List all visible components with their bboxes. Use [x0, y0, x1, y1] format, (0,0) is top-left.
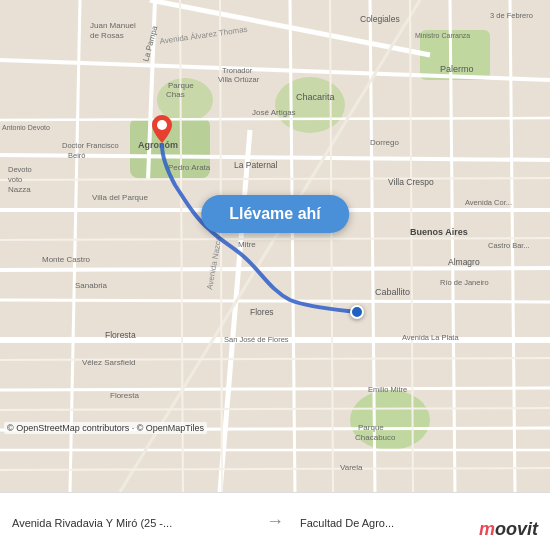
svg-text:3 de Febrero: 3 de Febrero [490, 11, 533, 20]
svg-text:Chacabuco: Chacabuco [355, 433, 396, 442]
svg-point-80 [157, 120, 167, 130]
svg-text:voto: voto [8, 175, 22, 184]
svg-text:Monte Castro: Monte Castro [42, 255, 91, 264]
svg-text:Villa Crespo: Villa Crespo [388, 177, 434, 187]
map-container: Juan Manuel de Rosas La Pampa Parque Cha… [0, 0, 550, 492]
svg-text:San José de Flores: San José de Flores [224, 335, 289, 344]
svg-text:Juan Manuel: Juan Manuel [90, 21, 136, 30]
svg-text:Chas: Chas [166, 90, 185, 99]
svg-text:Sanabria: Sanabria [75, 281, 108, 290]
svg-text:Río de Janeiro: Río de Janeiro [440, 278, 489, 287]
svg-text:Avenida Cor...: Avenida Cor... [465, 198, 512, 207]
svg-text:Villa Ortúzar: Villa Ortúzar [218, 75, 260, 84]
svg-text:José Artigas: José Artigas [252, 108, 296, 117]
svg-text:Flores: Flores [250, 307, 274, 317]
svg-line-17 [0, 388, 550, 390]
moovit-logo: moovit [479, 519, 538, 540]
svg-text:Ministro Carranza: Ministro Carranza [415, 32, 470, 39]
svg-line-15 [0, 268, 550, 270]
svg-text:Vélez Sarsfield: Vélez Sarsfield [82, 358, 135, 367]
svg-text:Doctor Francisco: Doctor Francisco [62, 141, 119, 150]
svg-text:Buenos Aires: Buenos Aires [410, 227, 468, 237]
svg-text:Parque: Parque [168, 81, 194, 90]
svg-text:Antonio Devoto: Antonio Devoto [2, 124, 50, 131]
svg-text:Beiró: Beiró [68, 151, 86, 160]
svg-text:Devoto: Devoto [8, 165, 32, 174]
svg-text:Colegiales: Colegiales [360, 14, 400, 24]
svg-text:Emilio Mitre: Emilio Mitre [368, 385, 407, 394]
map-attribution: © OpenStreetMap contributors · © OpenMap… [4, 422, 207, 434]
svg-text:Floresta: Floresta [110, 391, 139, 400]
svg-text:Avenida La Plata: Avenida La Plata [402, 333, 459, 342]
app: Juan Manuel de Rosas La Pampa Parque Cha… [0, 0, 550, 550]
take-me-button[interactable]: Llévame ahí [201, 195, 349, 233]
svg-text:Pedro Arata: Pedro Arata [168, 163, 211, 172]
svg-text:Tronador: Tronador [222, 66, 253, 75]
svg-text:Varela: Varela [340, 463, 363, 472]
map-background: Juan Manuel de Rosas La Pampa Parque Cha… [0, 0, 550, 492]
destination-label: Facultad De Agro... [300, 517, 394, 529]
svg-text:de Rosas: de Rosas [90, 31, 124, 40]
arrow-icon: → [266, 511, 284, 532]
svg-text:La Paternal: La Paternal [234, 160, 278, 170]
svg-text:Almagro: Almagro [448, 257, 480, 267]
svg-text:Chacarita: Chacarita [296, 92, 335, 102]
svg-line-16 [0, 300, 550, 302]
origin-label: Avenida Rivadavia Y Miró (25 -... [12, 517, 172, 529]
svg-text:Nazza: Nazza [8, 185, 31, 194]
svg-text:Caballito: Caballito [375, 287, 410, 297]
svg-text:Mitre: Mitre [238, 240, 256, 249]
svg-point-4 [275, 77, 345, 133]
origin-dot [350, 305, 364, 319]
svg-text:Parque: Parque [358, 423, 384, 432]
footer-bar: Avenida Rivadavia Y Miró (25 -... → Facu… [0, 492, 550, 550]
footer-origin: Avenida Rivadavia Y Miró (25 -... [12, 513, 258, 531]
svg-text:Castro Bar...: Castro Bar... [488, 241, 530, 250]
destination-pin [152, 115, 172, 147]
svg-text:Floresta: Floresta [105, 330, 136, 340]
svg-text:Palermo: Palermo [440, 64, 474, 74]
svg-text:Dorrego: Dorrego [370, 138, 399, 147]
svg-text:Villa del Parque: Villa del Parque [92, 193, 148, 202]
